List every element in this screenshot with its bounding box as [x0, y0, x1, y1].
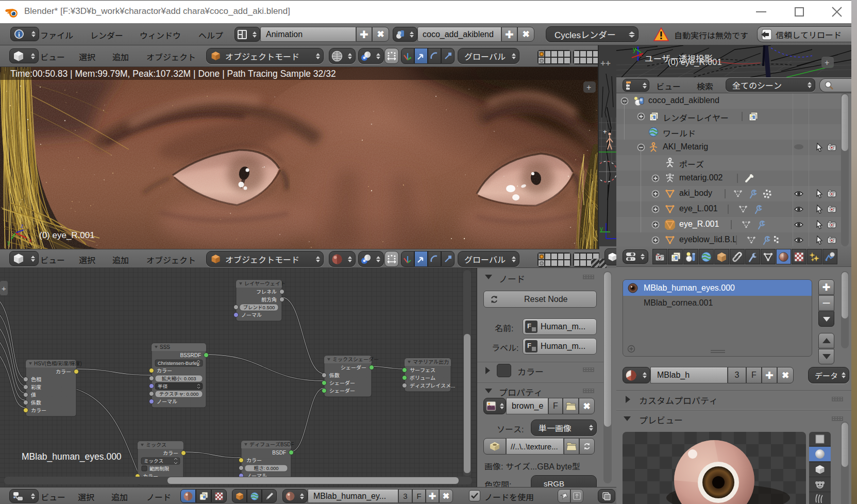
svg-text:BSDF: BSDF	[272, 448, 286, 456]
svg-text:Christensen-Burley: Christensen-Burley	[158, 359, 199, 366]
svg-text:z: z	[21, 223, 24, 229]
svg-text:ミックス: ミックス	[146, 441, 166, 448]
svg-text:シェーダー: シェーダー	[341, 363, 366, 371]
svg-text:カラー: カラー	[157, 366, 172, 374]
svg-text:半径: 半径	[158, 382, 168, 390]
svg-text:ノーマル: ノーマル	[157, 397, 177, 405]
svg-text:前方角: 前方角	[261, 295, 277, 303]
svg-text:+: +	[586, 83, 591, 92]
svg-text:ディスプレイスメ...: ディスプレイスメ...	[410, 381, 455, 389]
svg-text:拡大縮小: 0.003: 拡大縮小: 0.003	[161, 375, 196, 382]
svg-text:サーフェス: サーフェス	[410, 366, 435, 374]
svg-text:値: 値	[30, 391, 36, 398]
svg-text:BSSRDF: BSSRDF	[180, 351, 201, 359]
svg-text:++: ++	[600, 58, 611, 68]
svg-text:粗さ: 0.000: 粗さ: 0.000	[254, 464, 278, 472]
svg-text:カラー: カラー	[56, 367, 71, 375]
svg-text:ブレンド0.500: ブレンド0.500	[243, 304, 275, 311]
svg-text:HSV(色相/彩度/輝度): HSV(色相/彩度/輝度)	[34, 359, 82, 367]
svg-text:ボリューム: ボリューム	[410, 374, 435, 381]
svg-text:マテリアル出力: マテリアル出力	[413, 358, 449, 365]
svg-text:色相: 色相	[31, 375, 41, 383]
svg-text:x: x	[29, 237, 32, 243]
svg-text:カラー: カラー	[246, 456, 262, 464]
svg-text:x: x	[639, 51, 642, 58]
svg-text:彩度: 彩度	[31, 383, 41, 391]
svg-text:ディフューズBSDF: ディフューズBSDF	[249, 440, 294, 448]
svg-text:ミックスシェーダー: ミックスシェーダー	[332, 355, 379, 363]
svg-text:+: +	[2, 284, 6, 293]
svg-text:フレネル: フレネル	[256, 288, 277, 295]
svg-text:係数: 係数	[30, 398, 41, 406]
svg-text:+: +	[603, 128, 607, 136]
svg-text:テクスチャ: 0.000: テクスチャ: 0.000	[159, 390, 199, 397]
svg-text:シェーダー: シェーダー	[329, 387, 355, 394]
svg-text:MBlab_human_eyes.000: MBlab_human_eyes.000	[22, 451, 122, 462]
svg-text:y: y	[633, 45, 636, 53]
svg-text:Time:00:50.83 | Mem:99.79M, Pe: Time:00:50.83 | Mem:99.79M, Peak:107.32M…	[10, 69, 336, 79]
svg-text:(0) eye_R.001: (0) eye_R.001	[39, 230, 95, 240]
svg-text:レイヤーウェイト: レイヤーウェイト	[244, 279, 285, 287]
svg-text:シェーダー: シェーダー	[329, 379, 355, 387]
svg-text:y: y	[600, 225, 603, 232]
svg-text:SSS: SSS	[160, 343, 170, 350]
svg-text:カラー: カラー	[31, 406, 46, 414]
svg-text:+: +	[825, 58, 829, 67]
svg-text:範囲制限: 範囲制限	[149, 465, 170, 472]
svg-text:ミックス: ミックス	[144, 457, 163, 464]
svg-text:カラー: カラー	[163, 449, 178, 457]
svg-text:ノーマル: ノーマル	[241, 311, 262, 318]
svg-text:y: y	[7, 239, 10, 245]
svg-text:係数: 係数	[329, 371, 340, 379]
svg-text:(0) eye_R.001: (0) eye_R.001	[668, 57, 722, 67]
